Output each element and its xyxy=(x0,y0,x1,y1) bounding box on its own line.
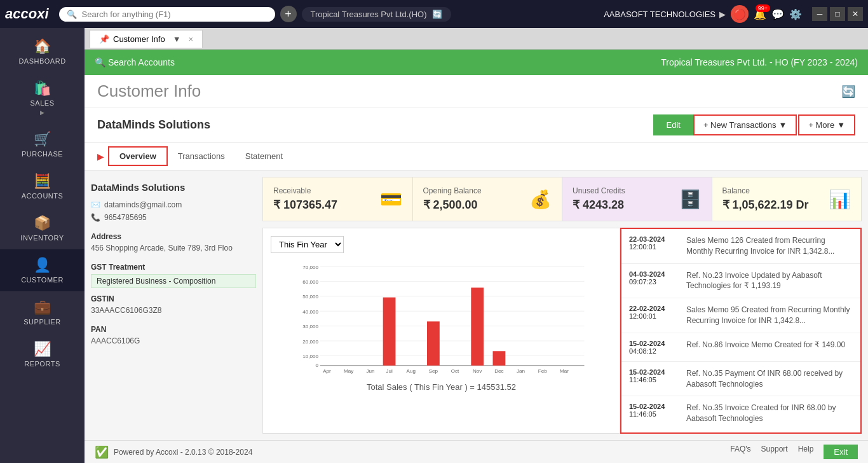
chart-bar-jul xyxy=(383,298,396,366)
app-logo: accoxi xyxy=(5,6,49,22)
sidebar-item-customer[interactable]: 👤 CUSTOMER xyxy=(0,249,85,291)
activity-date-4: 15-02-2024 xyxy=(629,340,680,347)
receivable-icon: 💳 xyxy=(380,189,402,210)
notifications-icon[interactable]: 🔔 99+ xyxy=(754,8,766,20)
tab-close-icon[interactable]: ▼ xyxy=(173,34,181,44)
chart-filter: This Fin Year Last Fin Year Custom xyxy=(271,236,612,253)
sidebar-item-dashboard[interactable]: 🏠 DASHBOARD xyxy=(0,31,85,73)
activity-time-4: 04:08:12 xyxy=(629,347,680,355)
panel: 🔍 Search Accounts Tropical Treasures Pvt… xyxy=(85,50,868,440)
tab-transactions[interactable]: Transactions xyxy=(168,148,235,165)
notification-badge: 99+ xyxy=(756,4,770,12)
opening-balance-card: Opening Balance ₹ 2,500.00 💰 xyxy=(413,177,563,221)
customer-phone: 📞 9654785695 xyxy=(91,213,256,222)
svg-text:50,000: 50,000 xyxy=(302,294,318,300)
exit-button[interactable]: Exit xyxy=(824,445,858,459)
activity-item: 22-02-2024 12:00:01 Sales Memo 95 Create… xyxy=(621,298,860,333)
aabasoft-label: AABASOFT TECHNOLOGIES ▶ xyxy=(604,10,726,19)
close-tab-icon[interactable]: × xyxy=(189,34,194,44)
user-avatar[interactable]: 🔴 xyxy=(731,5,749,23)
maximize-button[interactable]: □ xyxy=(830,7,845,21)
page-title: Customer Info xyxy=(97,81,201,101)
add-button[interactable]: + xyxy=(280,6,297,22)
customer-address: 456 Shopping Arcade, Suite 789, 3rd Floo xyxy=(91,244,256,252)
svg-text:Mar: Mar xyxy=(560,368,569,374)
faqs-link[interactable]: FAQ's xyxy=(730,445,750,459)
supplier-icon: 💼 xyxy=(34,299,51,315)
receivable-label: Receivable xyxy=(273,186,337,195)
more-button[interactable]: + More ▼ xyxy=(798,114,855,135)
activity-text-4: Ref. No.86 Invoice Memo Created for ₹ 14… xyxy=(686,340,845,355)
sidebar-item-sales[interactable]: 🛍️ SALES ▶ xyxy=(0,73,85,123)
refresh-company-icon[interactable]: 🔄 xyxy=(432,10,442,19)
sidebar-item-inventory[interactable]: 📦 INVENTORY xyxy=(0,207,85,249)
fin-year-select[interactable]: This Fin Year Last Fin Year Custom xyxy=(271,236,344,253)
svg-text:Dec: Dec xyxy=(494,368,503,374)
tab-nav-arrow: ▶ xyxy=(97,151,104,162)
sales-chart: 70,000 60,000 50,000 40,000 30,000 20,00… xyxy=(271,261,612,375)
footer-logo-icon: ✅ xyxy=(95,445,109,459)
dashboard-icon: 🏠 xyxy=(34,38,51,55)
search-accounts-btn[interactable]: 🔍 Search Accounts xyxy=(95,57,175,67)
refresh-page-icon[interactable]: 🔄 xyxy=(841,85,855,99)
search-icon: 🔍 xyxy=(67,10,77,19)
tab-statement[interactable]: Statement xyxy=(235,148,293,165)
right-area: Receivable ₹ 107365.47 💳 Opening Balance… xyxy=(262,177,862,434)
gstin-value: 33AAACC6106G3Z8 xyxy=(91,306,256,315)
svg-text:Jan: Jan xyxy=(517,368,525,374)
action-buttons: Edit + New Transactions ▼ + More ▼ xyxy=(653,114,855,135)
svg-text:May: May xyxy=(344,368,354,374)
sidebar-item-supplier[interactable]: 💼 SUPPLIER xyxy=(0,291,85,333)
receivable-value: ₹ 107365.47 xyxy=(273,198,337,212)
unused-credits-card: Unused Credits ₹ 4243.28 🗄️ xyxy=(562,177,712,221)
search-input[interactable] xyxy=(82,10,268,19)
activity-item: 04-03-2024 09:07:23 Ref. No.23 Invoice U… xyxy=(621,264,860,299)
main-layout: 🏠 DASHBOARD 🛍️ SALES ▶ 🛒 PURCHASE 🧮 ACCO… xyxy=(0,28,868,463)
gst-treatment-label: GST Treatment xyxy=(91,263,256,272)
chart-bar-sep xyxy=(427,321,440,365)
gst-treatment-badge: Registered Business - Composition xyxy=(91,274,256,288)
activity-time-3: 12:00:01 xyxy=(629,312,680,320)
activity-date-1: 22-03-2024 xyxy=(629,235,680,243)
messages-icon[interactable]: 💬 xyxy=(771,8,784,20)
pin-icon: 📌 xyxy=(99,34,109,44)
footer-left: ✅ Powered by Accoxi - 2.0.13 © 2018-2024 xyxy=(95,445,252,459)
receivable-card: Receivable ₹ 107365.47 💳 xyxy=(263,177,413,221)
tab-overview[interactable]: Overview xyxy=(108,146,168,166)
customer-info-tab[interactable]: 📌 Customer Info ▼ × xyxy=(90,30,203,48)
lower-area: This Fin Year Last Fin Year Custom 70,00… xyxy=(262,228,862,434)
close-button[interactable]: ✕ xyxy=(848,7,863,21)
sidebar: 🏠 DASHBOARD 🛍️ SALES ▶ 🛒 PURCHASE 🧮 ACCO… xyxy=(0,28,85,463)
minimize-button[interactable]: ─ xyxy=(812,7,827,21)
main-content: DataMinds Solutions ✉️ dataminds@gmail.c… xyxy=(85,170,868,440)
settings-icon[interactable]: ⚙️ xyxy=(789,8,802,20)
activity-time-2: 09:07:23 xyxy=(629,278,680,286)
customer-detail-name: DataMinds Solutions xyxy=(91,177,256,200)
company-selector[interactable]: Tropical Treasures Pvt Ltd.(HO) 🔄 xyxy=(302,7,451,22)
svg-text:Jun: Jun xyxy=(366,368,374,374)
green-bar: 🔍 Search Accounts Tropical Treasures Pvt… xyxy=(85,50,868,75)
svg-text:Aug: Aug xyxy=(407,368,416,374)
customer-email: ✉️ dataminds@gmail.com xyxy=(91,200,256,209)
search-box[interactable]: 🔍 xyxy=(59,7,275,22)
chart-bar-nov xyxy=(471,287,484,365)
new-transactions-button[interactable]: + New Transactions ▼ xyxy=(693,114,797,135)
activity-item: 22-03-2024 12:00:01 Sales Memo 126 Creat… xyxy=(621,229,860,264)
svg-text:0: 0 xyxy=(316,363,319,368)
sidebar-item-purchase[interactable]: 🛒 PURCHASE xyxy=(0,123,85,165)
activity-date-2: 04-03-2024 xyxy=(629,270,680,278)
customer-name-heading: DataMinds Solutions xyxy=(97,118,210,132)
help-link[interactable]: Help xyxy=(798,445,814,459)
sidebar-item-reports[interactable]: 📈 REPORTS xyxy=(0,333,85,375)
company-name: Tropical Treasures Pvt Ltd.(HO) xyxy=(311,10,427,19)
company-info-label: Tropical Treasures Pvt Ltd. - HO (FY 202… xyxy=(661,57,858,67)
svg-text:Nov: Nov xyxy=(473,368,482,374)
topbar: accoxi 🔍 + Tropical Treasures Pvt Ltd.(H… xyxy=(0,0,868,28)
balance-value: ₹ 1,05,622.19 Dr xyxy=(722,198,809,212)
svg-text:Jul: Jul xyxy=(386,368,393,374)
support-link[interactable]: Support xyxy=(761,445,788,459)
edit-button[interactable]: Edit xyxy=(653,114,693,135)
sidebar-item-accounts[interactable]: 🧮 ACCOUNTS xyxy=(0,165,85,207)
activity-item: 15-02-2024 11:46:05 Ref. No.35 Payment O… xyxy=(621,362,860,397)
svg-text:70,000: 70,000 xyxy=(302,265,318,270)
